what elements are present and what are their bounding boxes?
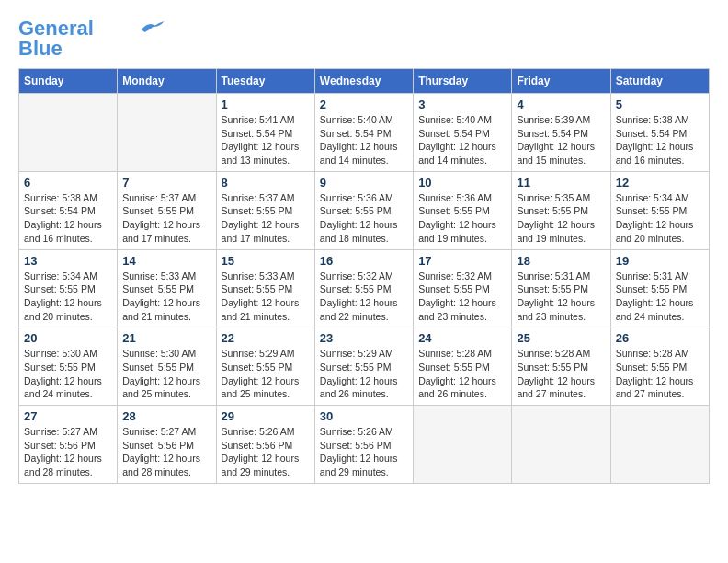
- calendar-cell: 21Sunrise: 5:30 AM Sunset: 5:55 PM Dayli…: [118, 327, 216, 406]
- day-info: Sunrise: 5:34 AM Sunset: 5:55 PM Dayligh…: [24, 270, 112, 324]
- day-number: 5: [616, 98, 704, 111]
- calendar-week-row: 1Sunrise: 5:41 AM Sunset: 5:54 PM Daylig…: [19, 94, 710, 172]
- logo-bird-icon: [138, 18, 165, 35]
- calendar-cell: 8Sunrise: 5:37 AM Sunset: 5:55 PM Daylig…: [216, 171, 314, 249]
- logo: General Blue: [18, 18, 165, 59]
- day-number: 16: [320, 254, 408, 268]
- day-info: Sunrise: 5:28 AM Sunset: 5:55 PM Dayligh…: [616, 347, 704, 401]
- day-number: 15: [222, 254, 310, 268]
- day-number: 11: [517, 176, 605, 190]
- calendar-cell: 2Sunrise: 5:40 AM Sunset: 5:54 PM Daylig…: [314, 94, 413, 172]
- day-number: 2: [320, 98, 408, 111]
- column-header-saturday: Saturday: [610, 69, 709, 94]
- calendar-cell: 28Sunrise: 5:27 AM Sunset: 5:56 PM Dayli…: [118, 406, 216, 484]
- day-info: Sunrise: 5:26 AM Sunset: 5:56 PM Dayligh…: [222, 425, 310, 479]
- page-header: General Blue: [18, 18, 710, 59]
- calendar-cell: 7Sunrise: 5:37 AM Sunset: 5:55 PM Daylig…: [118, 171, 216, 249]
- day-info: Sunrise: 5:31 AM Sunset: 5:55 PM Dayligh…: [517, 270, 605, 324]
- calendar-cell: 14Sunrise: 5:33 AM Sunset: 5:55 PM Dayli…: [118, 249, 216, 327]
- calendar-cell: [414, 406, 512, 484]
- day-number: 18: [517, 254, 605, 268]
- day-number: 6: [24, 176, 112, 190]
- calendar-cell: 11Sunrise: 5:35 AM Sunset: 5:55 PM Dayli…: [512, 171, 610, 249]
- day-number: 25: [517, 331, 605, 345]
- calendar-cell: 4Sunrise: 5:39 AM Sunset: 5:54 PM Daylig…: [512, 94, 610, 172]
- calendar-cell: 18Sunrise: 5:31 AM Sunset: 5:55 PM Dayli…: [512, 249, 610, 327]
- day-number: 24: [418, 331, 506, 345]
- day-number: 10: [418, 176, 506, 190]
- day-info: Sunrise: 5:33 AM Sunset: 5:55 PM Dayligh…: [122, 270, 210, 324]
- logo-text: General: [18, 18, 94, 39]
- calendar-week-row: 27Sunrise: 5:27 AM Sunset: 5:56 PM Dayli…: [19, 406, 710, 484]
- calendar-cell: 19Sunrise: 5:31 AM Sunset: 5:55 PM Dayli…: [610, 249, 709, 327]
- day-number: 8: [222, 176, 310, 190]
- day-info: Sunrise: 5:32 AM Sunset: 5:55 PM Dayligh…: [320, 270, 408, 324]
- day-info: Sunrise: 5:37 AM Sunset: 5:55 PM Dayligh…: [122, 191, 210, 246]
- calendar-cell: 26Sunrise: 5:28 AM Sunset: 5:55 PM Dayli…: [610, 327, 709, 406]
- calendar-header-row: SundayMondayTuesdayWednesdayThursdayFrid…: [19, 69, 710, 94]
- calendar-table: SundayMondayTuesdayWednesdayThursdayFrid…: [18, 68, 710, 484]
- calendar-cell: 20Sunrise: 5:30 AM Sunset: 5:55 PM Dayli…: [19, 327, 118, 406]
- day-number: 26: [616, 331, 704, 345]
- day-info: Sunrise: 5:29 AM Sunset: 5:55 PM Dayligh…: [320, 347, 408, 401]
- calendar-cell: 30Sunrise: 5:26 AM Sunset: 5:56 PM Dayli…: [314, 406, 413, 484]
- day-info: Sunrise: 5:32 AM Sunset: 5:55 PM Dayligh…: [418, 270, 506, 324]
- day-number: 7: [122, 176, 210, 190]
- day-info: Sunrise: 5:29 AM Sunset: 5:55 PM Dayligh…: [222, 347, 310, 401]
- day-number: 14: [122, 254, 210, 268]
- day-number: 20: [24, 331, 112, 345]
- day-info: Sunrise: 5:36 AM Sunset: 5:55 PM Dayligh…: [418, 191, 506, 246]
- calendar-cell: 1Sunrise: 5:41 AM Sunset: 5:54 PM Daylig…: [216, 94, 314, 172]
- calendar-cell: 13Sunrise: 5:34 AM Sunset: 5:55 PM Dayli…: [19, 249, 118, 327]
- day-number: 17: [418, 254, 506, 268]
- calendar-cell: 12Sunrise: 5:34 AM Sunset: 5:55 PM Dayli…: [610, 171, 709, 249]
- day-info: Sunrise: 5:27 AM Sunset: 5:56 PM Dayligh…: [122, 425, 210, 479]
- calendar-cell: [610, 406, 709, 484]
- calendar-cell: 25Sunrise: 5:28 AM Sunset: 5:55 PM Dayli…: [512, 327, 610, 406]
- calendar-cell: 10Sunrise: 5:36 AM Sunset: 5:55 PM Dayli…: [414, 171, 512, 249]
- calendar-cell: 24Sunrise: 5:28 AM Sunset: 5:55 PM Dayli…: [414, 327, 512, 406]
- day-info: Sunrise: 5:30 AM Sunset: 5:55 PM Dayligh…: [122, 347, 210, 401]
- day-info: Sunrise: 5:37 AM Sunset: 5:55 PM Dayligh…: [222, 191, 310, 246]
- day-number: 1: [222, 98, 310, 111]
- day-info: Sunrise: 5:36 AM Sunset: 5:55 PM Dayligh…: [320, 191, 408, 246]
- day-info: Sunrise: 5:28 AM Sunset: 5:55 PM Dayligh…: [517, 347, 605, 401]
- day-number: 3: [418, 98, 506, 111]
- day-number: 27: [24, 409, 112, 423]
- calendar-week-row: 13Sunrise: 5:34 AM Sunset: 5:55 PM Dayli…: [19, 249, 710, 327]
- column-header-thursday: Thursday: [414, 69, 512, 94]
- column-header-friday: Friday: [512, 69, 610, 94]
- day-info: Sunrise: 5:30 AM Sunset: 5:55 PM Dayligh…: [24, 347, 112, 401]
- calendar-cell: 17Sunrise: 5:32 AM Sunset: 5:55 PM Dayli…: [414, 249, 512, 327]
- calendar-cell: 22Sunrise: 5:29 AM Sunset: 5:55 PM Dayli…: [216, 327, 314, 406]
- calendar-cell: 23Sunrise: 5:29 AM Sunset: 5:55 PM Dayli…: [314, 327, 413, 406]
- day-number: 9: [320, 176, 408, 190]
- day-number: 28: [122, 409, 210, 423]
- day-info: Sunrise: 5:33 AM Sunset: 5:55 PM Dayligh…: [222, 270, 310, 324]
- day-info: Sunrise: 5:27 AM Sunset: 5:56 PM Dayligh…: [24, 425, 112, 479]
- day-number: 12: [616, 176, 704, 190]
- day-number: 13: [24, 254, 112, 268]
- calendar-cell: 15Sunrise: 5:33 AM Sunset: 5:55 PM Dayli…: [216, 249, 314, 327]
- column-header-monday: Monday: [118, 69, 216, 94]
- day-info: Sunrise: 5:38 AM Sunset: 5:54 PM Dayligh…: [616, 113, 704, 167]
- calendar-week-row: 6Sunrise: 5:38 AM Sunset: 5:54 PM Daylig…: [19, 171, 710, 249]
- day-number: 30: [320, 409, 408, 423]
- calendar-cell: [19, 94, 118, 172]
- day-info: Sunrise: 5:31 AM Sunset: 5:55 PM Dayligh…: [616, 270, 704, 324]
- calendar-week-row: 20Sunrise: 5:30 AM Sunset: 5:55 PM Dayli…: [19, 327, 710, 406]
- calendar-cell: 5Sunrise: 5:38 AM Sunset: 5:54 PM Daylig…: [610, 94, 709, 172]
- day-number: 4: [517, 98, 605, 111]
- calendar-cell: 27Sunrise: 5:27 AM Sunset: 5:56 PM Dayli…: [19, 406, 118, 484]
- day-number: 21: [122, 331, 210, 345]
- calendar-cell: [512, 406, 610, 484]
- column-header-wednesday: Wednesday: [314, 69, 413, 94]
- day-info: Sunrise: 5:26 AM Sunset: 5:56 PM Dayligh…: [320, 425, 408, 479]
- logo-blue: Blue: [18, 39, 63, 59]
- day-number: 19: [616, 254, 704, 268]
- calendar-cell: 16Sunrise: 5:32 AM Sunset: 5:55 PM Dayli…: [314, 249, 413, 327]
- day-info: Sunrise: 5:28 AM Sunset: 5:55 PM Dayligh…: [418, 347, 506, 401]
- day-info: Sunrise: 5:38 AM Sunset: 5:54 PM Dayligh…: [24, 191, 112, 246]
- calendar-cell: 6Sunrise: 5:38 AM Sunset: 5:54 PM Daylig…: [19, 171, 118, 249]
- calendar-cell: 29Sunrise: 5:26 AM Sunset: 5:56 PM Dayli…: [216, 406, 314, 484]
